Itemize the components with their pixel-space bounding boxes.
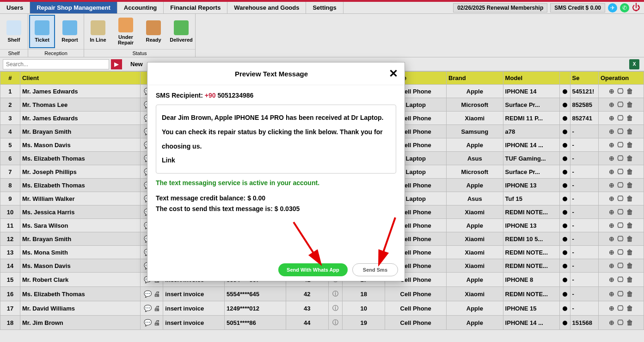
monitor-icon[interactable]: 🖵 xyxy=(617,168,624,175)
status-dot-icon xyxy=(563,237,567,242)
delete-icon[interactable]: 🗑 xyxy=(626,87,633,95)
delete-icon[interactable]: 🗑 xyxy=(626,208,633,216)
delete-icon[interactable]: 🗑 xyxy=(626,168,633,175)
delete-icon[interactable]: 🗑 xyxy=(626,128,633,135)
monitor-icon[interactable]: 🖵 xyxy=(617,222,624,229)
add-icon[interactable]: ⊕ xyxy=(609,235,614,243)
monitor-icon[interactable]: 🖵 xyxy=(617,235,624,243)
close-icon[interactable]: ✕ xyxy=(389,67,398,80)
add-icon[interactable]: ⊕ xyxy=(609,249,614,256)
add-icon[interactable]: ⊕ xyxy=(609,290,614,298)
delete-icon[interactable]: 🗑 xyxy=(626,319,633,326)
add-icon[interactable]: ⊕ xyxy=(609,181,614,189)
search-input[interactable] xyxy=(3,59,109,69)
add-icon[interactable]: ⊕ xyxy=(609,208,614,216)
table-row[interactable]: 18Mr. Jim Brown💬🖨insert invoice5051****8… xyxy=(0,316,644,330)
add-icon[interactable]: ⊕ xyxy=(609,222,614,229)
power-icon[interactable]: ⏻ xyxy=(632,3,640,12)
add-icon[interactable]: ⊕ xyxy=(609,128,614,135)
add-icon[interactable]: ⊕ xyxy=(609,276,614,283)
monitor-icon[interactable]: 🖵 xyxy=(617,276,624,283)
table-row[interactable]: 16Ms. Elizabeth Thomas💬🖨insert invoice55… xyxy=(0,287,644,301)
status-dot-icon xyxy=(563,278,567,282)
delete-icon[interactable]: 🗑 xyxy=(626,235,633,243)
add-icon[interactable]: ⊕ xyxy=(609,262,614,269)
menu-tab-financial-reports[interactable]: Financial Reports xyxy=(164,2,227,13)
table-row[interactable]: 17Mr. David Williams💬🖨insert invoice1249… xyxy=(0,301,644,316)
delete-icon[interactable]: 🗑 xyxy=(626,181,633,189)
column-header[interactable]: Se xyxy=(570,72,598,85)
column-header[interactable] xyxy=(560,72,570,85)
column-header[interactable]: # xyxy=(0,72,20,85)
info-icon[interactable]: ⓘ xyxy=(332,290,338,297)
chat-icon[interactable]: 💬 xyxy=(144,305,152,312)
chat-icon[interactable]: 💬 xyxy=(144,319,152,326)
add-icon[interactable]: ⊕ xyxy=(609,168,614,175)
column-header[interactable]: Model xyxy=(503,72,560,85)
ribbon-delivered[interactable]: Delivered xyxy=(168,15,194,48)
add-icon[interactable]: ⊕ xyxy=(609,114,614,122)
monitor-icon[interactable]: 🖵 xyxy=(617,101,624,108)
print-icon[interactable]: 🖨 xyxy=(153,305,160,312)
menu-tab-users[interactable]: Users xyxy=(0,2,30,13)
monitor-icon[interactable]: 🖵 xyxy=(617,290,624,298)
ribbon-ticket[interactable]: Ticket xyxy=(29,15,55,48)
delete-icon[interactable]: 🗑 xyxy=(626,114,633,122)
monitor-icon[interactable]: 🖵 xyxy=(617,128,624,135)
delete-icon[interactable]: 🗑 xyxy=(626,155,633,162)
ribbon-shelf[interactable]: Shelf xyxy=(1,15,27,48)
add-icon[interactable]: ⊕ xyxy=(609,87,614,95)
monitor-icon[interactable]: 🖵 xyxy=(617,249,624,256)
print-icon[interactable]: 🖨 xyxy=(153,319,160,326)
add-icon[interactable]: ⊕ xyxy=(609,155,614,162)
column-header[interactable]: Operation xyxy=(598,72,644,85)
chat-icon[interactable]: 💬 xyxy=(144,290,152,298)
menu-tab-settings[interactable]: Settings xyxy=(306,2,343,13)
menu-tab-repair-shop-management[interactable]: Repair Shop Management xyxy=(30,2,117,13)
add-icon[interactable]: ⊕ xyxy=(609,141,614,149)
monitor-icon[interactable]: 🖵 xyxy=(617,319,624,326)
ribbon-under-repair[interactable]: Under Repair xyxy=(113,15,139,48)
status-dot-icon xyxy=(563,130,567,134)
ribbon-report[interactable]: Report xyxy=(57,15,83,48)
monitor-icon[interactable]: 🖵 xyxy=(617,208,624,216)
telegram-icon[interactable]: ✈ xyxy=(608,3,617,12)
ribbon-in-line[interactable]: In Line xyxy=(85,15,111,48)
add-icon[interactable]: ⊕ xyxy=(609,195,614,202)
search-button[interactable]: ▶ xyxy=(111,59,122,69)
print-icon[interactable]: 🖨 xyxy=(153,290,160,298)
send-sms-button[interactable]: Send Sms xyxy=(352,263,398,276)
monitor-icon[interactable]: 🖵 xyxy=(617,305,624,312)
delete-icon[interactable]: 🗑 xyxy=(626,305,633,312)
delete-icon[interactable]: 🗑 xyxy=(626,141,633,149)
excel-export-icon[interactable]: X xyxy=(629,59,639,69)
monitor-icon[interactable]: 🖵 xyxy=(617,114,624,122)
delete-icon[interactable]: 🗑 xyxy=(626,262,633,269)
add-icon[interactable]: ⊕ xyxy=(609,101,614,108)
column-header[interactable]: Brand xyxy=(447,72,503,85)
ribbon-ready[interactable]: Ready xyxy=(141,15,166,48)
add-icon[interactable]: ⊕ xyxy=(609,319,614,326)
send-whatsapp-button[interactable]: Send With Whats App xyxy=(278,263,348,276)
column-header[interactable]: Client xyxy=(20,72,140,85)
menu-tab-accounting[interactable]: Accounting xyxy=(117,2,164,13)
delete-icon[interactable]: 🗑 xyxy=(626,276,633,283)
delete-icon[interactable]: 🗑 xyxy=(626,249,633,256)
whatsapp-icon[interactable]: ✆ xyxy=(620,3,629,12)
monitor-icon[interactable]: 🖵 xyxy=(617,141,624,149)
monitor-icon[interactable]: 🖵 xyxy=(617,155,624,162)
delete-icon[interactable]: 🗑 xyxy=(626,222,633,229)
delete-icon[interactable]: 🗑 xyxy=(626,290,633,298)
status-dot-icon xyxy=(563,89,567,94)
info-icon[interactable]: ⓘ xyxy=(332,319,338,326)
monitor-icon[interactable]: 🖵 xyxy=(617,181,624,189)
info-icon[interactable]: ⓘ xyxy=(332,305,338,311)
add-icon[interactable]: ⊕ xyxy=(609,305,614,312)
monitor-icon[interactable]: 🖵 xyxy=(617,87,624,95)
monitor-icon[interactable]: 🖵 xyxy=(617,195,624,202)
delete-icon[interactable]: 🗑 xyxy=(626,195,633,202)
new-button[interactable]: New xyxy=(127,59,147,69)
delete-icon[interactable]: 🗑 xyxy=(626,101,633,108)
monitor-icon[interactable]: 🖵 xyxy=(617,262,624,269)
menu-tab-warehouse-and-goods[interactable]: Warehouse and Goods xyxy=(227,2,306,13)
